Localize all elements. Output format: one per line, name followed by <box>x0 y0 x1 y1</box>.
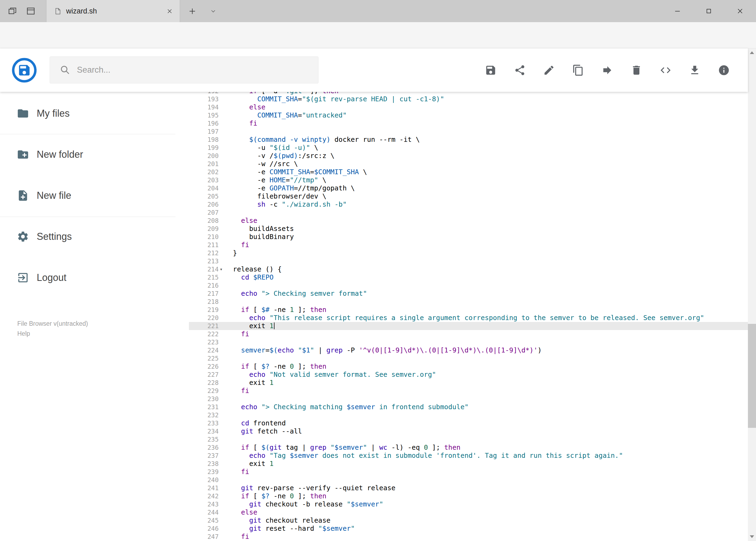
code-line[interactable]: 247 fi <box>189 533 748 541</box>
search-input[interactable] <box>76 65 318 75</box>
sidebar-item-new-folder[interactable]: New folder <box>0 134 189 175</box>
vertical-scrollbar[interactable] <box>748 48 756 541</box>
delete-button[interactable] <box>629 63 644 78</box>
copy-button[interactable] <box>571 63 586 78</box>
line-number: 211 <box>189 241 219 249</box>
code-line[interactable]: 198 $(command -v winpty) docker run --rm… <box>189 136 748 144</box>
code-line[interactable]: 246 git reset --hard "$semver" <box>189 525 748 533</box>
code-line[interactable]: 210 buildBinary <box>189 233 748 241</box>
code-lines: 192 if [ -d ".git" ]; then193 COMMIT_SHA… <box>189 92 748 541</box>
code-line[interactable]: 233 cd frontend <box>189 419 748 427</box>
share-button[interactable] <box>513 63 527 78</box>
fold-marker-icon[interactable]: ▾ <box>220 265 223 273</box>
code-line[interactable]: 201 -w //src \ <box>189 160 748 168</box>
download-button[interactable] <box>687 63 702 78</box>
code-line[interactable]: 228 exit 1 <box>189 379 748 387</box>
code-line[interactable]: 244 else <box>189 508 748 516</box>
window-minimize-button[interactable] <box>667 0 688 22</box>
code-line[interactable]: 192 if [ -d ".git" ]; then <box>189 92 748 95</box>
code-line[interactable]: 219 if [ $# -ne 1 ]; then <box>189 306 748 314</box>
code-text: $(command -v winpty) docker run --rm -it… <box>233 136 748 144</box>
code-line[interactable]: 245 git checkout release <box>189 516 748 525</box>
search-box[interactable] <box>50 56 319 84</box>
code-line[interactable]: 240 <box>189 476 748 484</box>
code-line[interactable]: 230 <box>189 395 748 403</box>
code-line[interactable]: 243 git checkout -b release "$semver" <box>189 500 748 508</box>
code-line[interactable]: 217 echo "> Checking semver format" <box>189 289 748 297</box>
code-line[interactable]: 239 fi <box>189 468 748 476</box>
tab-close-icon[interactable] <box>166 8 173 14</box>
help-link[interactable]: Help <box>17 329 88 339</box>
sidebar-item-new-file[interactable]: New file <box>0 175 189 216</box>
code-line[interactable]: 194 else <box>189 103 748 111</box>
code-line[interactable]: 215 cd $REPO <box>189 273 748 281</box>
line-number: 209 <box>189 225 219 233</box>
code-line[interactable]: 214▾release () { <box>189 265 748 273</box>
tab-list-dropdown-button[interactable] <box>205 0 222 22</box>
code-line[interactable]: 225 <box>189 354 748 362</box>
code-line[interactable]: 241 git rev-parse --verify --quiet relea… <box>189 484 748 492</box>
code-line[interactable]: 222 fi <box>189 330 748 338</box>
code-line[interactable]: 196 fi <box>189 119 748 128</box>
code-text: -u "$(id -u)" \ <box>233 144 748 152</box>
code-line[interactable]: 220 echo "This release script requires a… <box>189 314 748 322</box>
code-line[interactable]: 242 if [ $? -ne 0 ]; then <box>189 492 748 500</box>
code-line[interactable]: 216 <box>189 281 748 289</box>
code-line[interactable]: 213 <box>189 257 748 265</box>
sidebar-item-my-files[interactable]: My files <box>0 93 189 134</box>
code-line[interactable]: 232 <box>189 411 748 419</box>
sidebar-item-logout[interactable]: Logout <box>0 257 189 298</box>
code-line[interactable]: 231 echo "> Checking matching $semver in… <box>189 403 748 411</box>
code-line[interactable]: 197 <box>189 128 748 136</box>
line-number: 200 <box>189 152 219 160</box>
save-icon <box>485 64 497 76</box>
code-line[interactable]: 211 fi <box>189 241 748 249</box>
code-line[interactable]: 202 -e COMMIT_SHA=$COMMIT_SHA \ <box>189 168 748 176</box>
scroll-down-button[interactable] <box>748 532 756 541</box>
code-line[interactable]: 223 <box>189 338 748 346</box>
window-maximize-button[interactable] <box>698 0 720 22</box>
scroll-up-button[interactable] <box>748 48 756 57</box>
settings-icon <box>17 231 29 243</box>
save-button[interactable] <box>483 63 498 78</box>
code-line[interactable]: 204 -e GOPATH=//tmp/gopath \ <box>189 184 748 192</box>
code-line[interactable]: 221 exit 1 <box>189 322 748 330</box>
sidebar-item-settings[interactable]: Settings <box>0 216 189 257</box>
code-line[interactable]: 227 echo "Not valid semver format. See s… <box>189 370 748 379</box>
code-line[interactable]: 229 fi <box>189 387 748 395</box>
code-line[interactable]: 224 semver=$(echo "$1" | grep -P '^v(0|[… <box>189 346 748 354</box>
filebrowser-logo[interactable] <box>11 57 37 83</box>
code-line[interactable]: 226 if [ $? -ne 0 ]; then <box>189 362 748 370</box>
line-number: 206 <box>189 201 219 209</box>
code-line[interactable]: 234 git fetch --all <box>189 427 748 435</box>
code-line[interactable]: 218 <box>189 297 748 306</box>
code-line[interactable]: 238 exit 1 <box>189 460 748 468</box>
code-line[interactable]: 193 COMMIT_SHA="$(git rev-parse HEAD | c… <box>189 95 748 103</box>
code-line[interactable]: 206 sh -c "./wizard.sh -b" <box>189 201 748 209</box>
code-line[interactable]: 207 <box>189 209 748 217</box>
code-line[interactable]: 237 echo "Tag $semver does not exist in … <box>189 452 748 460</box>
code-editor[interactable]: 192 if [ -d ".git" ]; then193 COMMIT_SHA… <box>189 92 748 541</box>
code-line[interactable]: 195 COMMIT_SHA="untracked" <box>189 111 748 119</box>
code-line[interactable]: 208 else <box>189 217 748 225</box>
window-close-button[interactable] <box>729 0 751 22</box>
code-button[interactable] <box>658 63 673 78</box>
tab-wizard-sh[interactable]: wizard.sh <box>46 0 180 22</box>
edit-button[interactable] <box>542 63 556 78</box>
code-line[interactable]: 235 <box>189 435 748 443</box>
new-tab-button[interactable] <box>183 0 201 22</box>
text-cursor <box>274 322 275 329</box>
tab-preview-button[interactable] <box>22 0 39 22</box>
info-button[interactable] <box>717 63 731 78</box>
code-line[interactable]: 209 buildAssets <box>189 225 748 233</box>
code-line[interactable]: 203 -e HOME="//tmp" \ <box>189 176 748 184</box>
sidebar-item-label: Logout <box>37 272 66 283</box>
move-button[interactable] <box>600 63 615 78</box>
code-line[interactable]: 205 filebrowser/dev \ <box>189 192 748 201</box>
code-line[interactable]: 236 if [ $(git tag | grep "$semver" | wc… <box>189 443 748 452</box>
code-line[interactable]: 200 -v /$(pwd):/src:z \ <box>189 152 748 160</box>
code-line[interactable]: 199 -u "$(id -u)" \ <box>189 144 748 152</box>
scrollbar-thumb[interactable] <box>748 324 756 428</box>
code-line[interactable]: 212} <box>189 249 748 257</box>
set-aside-tabs-button[interactable] <box>4 0 21 22</box>
